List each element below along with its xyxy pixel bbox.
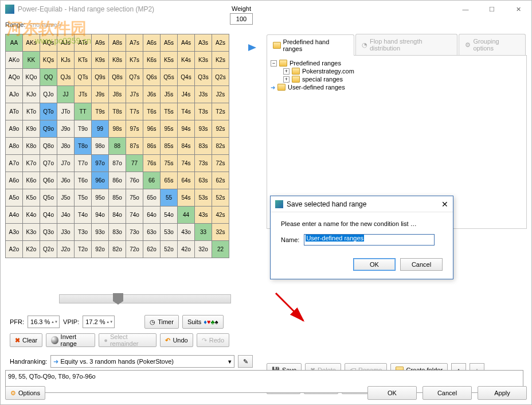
hand-cell[interactable]: K6s [143, 52, 161, 69]
hand-cell[interactable]: 84s [178, 138, 195, 155]
hand-cell[interactable]: KJs [57, 52, 75, 69]
hand-cell[interactable]: QQ [40, 69, 57, 86]
hand-cell[interactable]: ATs [75, 34, 92, 52]
hand-cell[interactable]: T3o [75, 224, 92, 241]
hand-cell[interactable]: Q2s [212, 69, 229, 86]
hand-cell[interactable]: K5o [23, 189, 40, 207]
hand-cell[interactable]: Q3o [40, 224, 57, 241]
hand-cell[interactable]: K2s [212, 52, 229, 69]
hand-cell[interactable]: KTs [75, 52, 92, 69]
hand-cell[interactable]: A9s [92, 34, 109, 52]
hand-cell[interactable]: A5o [6, 189, 23, 207]
hand-cell[interactable]: T2s [212, 103, 229, 120]
hand-cell[interactable]: Q4s [178, 69, 195, 86]
hand-cell[interactable]: 73o [126, 224, 143, 241]
hand-cell[interactable]: 64s [178, 172, 195, 189]
redo-button[interactable]: ↷Redo [197, 333, 229, 347]
hand-cell[interactable]: A5s [161, 34, 178, 52]
hand-cell[interactable]: J3o [57, 224, 75, 241]
dialog-close-button[interactable]: ✕ [441, 200, 448, 209]
hand-cell[interactable]: 55 [161, 189, 178, 207]
hand-cell[interactable]: T6o [75, 172, 92, 189]
hand-cell[interactable]: K8o [23, 138, 40, 155]
hand-cell[interactable]: 73s [195, 155, 212, 172]
minimize-button[interactable]: — [452, 1, 479, 18]
hand-cell[interactable]: 87s [126, 138, 143, 155]
hand-cell[interactable]: 92o [92, 241, 109, 258]
weight-arrow-icon[interactable] [248, 44, 256, 51]
hand-cell[interactable]: J7s [126, 86, 143, 103]
hand-cell[interactable]: K4s [178, 52, 195, 69]
hand-cell[interactable]: 98o [92, 138, 109, 155]
hand-cell[interactable]: AJo [6, 86, 23, 103]
hand-cell[interactable]: K8s [109, 52, 126, 69]
hand-cell[interactable]: 42s [212, 207, 229, 224]
hand-cell[interactable]: 22 [212, 241, 229, 258]
hand-cell[interactable]: KQs [40, 52, 57, 69]
hand-cell[interactable]: T9s [92, 103, 109, 120]
dialog-cancel-button[interactable]: Cancel [400, 258, 443, 271]
hand-cell[interactable]: 83s [195, 138, 212, 155]
hand-cell[interactable]: A4o [6, 207, 23, 224]
hand-cell[interactable]: T8o [75, 138, 92, 155]
hand-cell[interactable]: QJo [40, 86, 57, 103]
hand-cell[interactable]: 54o [161, 207, 178, 224]
hand-cell[interactable]: Q4o [40, 207, 57, 224]
hand-cell[interactable]: A7s [126, 34, 143, 52]
hand-cell[interactable]: 92s [212, 120, 229, 138]
tab-predefined[interactable]: Predefined hand ranges [267, 34, 354, 56]
select-remainder-button[interactable]: ●Select remainder [99, 333, 157, 347]
hand-cell[interactable]: K3o [23, 224, 40, 241]
hand-cell[interactable]: Q7s [126, 69, 143, 86]
hand-cell[interactable]: J6s [143, 86, 161, 103]
hand-grid[interactable]: AAAKsAQsAJsATsA9sA8sA7sA6sA5sA4sA3sA2sAK… [5, 34, 229, 258]
hand-cell[interactable]: AKo [6, 52, 23, 69]
collapse-icon[interactable]: − [271, 60, 277, 67]
hand-cell[interactable]: J9o [57, 120, 75, 138]
hand-cell[interactable]: T5s [161, 103, 178, 120]
hand-cell[interactable]: T6s [143, 103, 161, 120]
hand-cell[interactable]: T9o [75, 120, 92, 138]
hand-cell[interactable]: Q8o [40, 138, 57, 155]
cancel-button[interactable]: Cancel [423, 386, 472, 400]
hand-cell[interactable]: J4s [178, 86, 195, 103]
hand-cell[interactable]: J4o [57, 207, 75, 224]
hand-cell[interactable]: J8s [109, 86, 126, 103]
hand-cell[interactable]: 99 [92, 120, 109, 138]
options-button[interactable]: ⚙Options [5, 386, 45, 400]
maximize-button[interactable]: ☐ [479, 1, 505, 18]
hand-cell[interactable]: J2o [57, 241, 75, 258]
pfr-input[interactable]: 16.3 %▲▼ [28, 316, 60, 328]
hand-cell[interactable]: 75o [126, 189, 143, 207]
hand-cell[interactable]: 95o [92, 189, 109, 207]
hand-cell[interactable]: 62s [212, 172, 229, 189]
hand-cell[interactable]: 83o [109, 224, 126, 241]
hand-cell[interactable]: Q7o [40, 155, 57, 172]
hand-cell[interactable]: 82s [212, 138, 229, 155]
hand-cell[interactable]: T4o [75, 207, 92, 224]
hand-cell[interactable]: K7s [126, 52, 143, 69]
hand-cell[interactable]: 63o [143, 224, 161, 241]
hand-cell[interactable]: 32s [212, 224, 229, 241]
hand-cell[interactable]: J5s [161, 86, 178, 103]
hand-cell[interactable]: J6o [57, 172, 75, 189]
hand-cell[interactable]: 33 [195, 224, 212, 241]
hand-cell[interactable]: T8s [109, 103, 126, 120]
expand-icon[interactable]: + [283, 76, 290, 83]
hand-cell[interactable]: K4o [23, 207, 40, 224]
hand-cell[interactable]: 32o [195, 241, 212, 258]
hand-cell[interactable]: A7o [6, 155, 23, 172]
hand-cell[interactable]: 88 [109, 138, 126, 155]
clear-button[interactable]: ✖Clear [10, 333, 42, 347]
hand-cell[interactable]: 74s [178, 155, 195, 172]
hand-cell[interactable]: J7o [57, 155, 75, 172]
hand-cell[interactable]: 43o [178, 224, 195, 241]
hand-cell[interactable]: A6o [6, 172, 23, 189]
hand-cell[interactable]: Q6o [40, 172, 57, 189]
hand-cell[interactable]: 42o [178, 241, 195, 258]
hand-cell[interactable]: K2o [23, 241, 40, 258]
hand-cell[interactable]: 62o [143, 241, 161, 258]
hand-cell[interactable]: 75s [161, 155, 178, 172]
hand-cell[interactable]: 85o [109, 189, 126, 207]
hand-cell[interactable]: 63s [195, 172, 212, 189]
